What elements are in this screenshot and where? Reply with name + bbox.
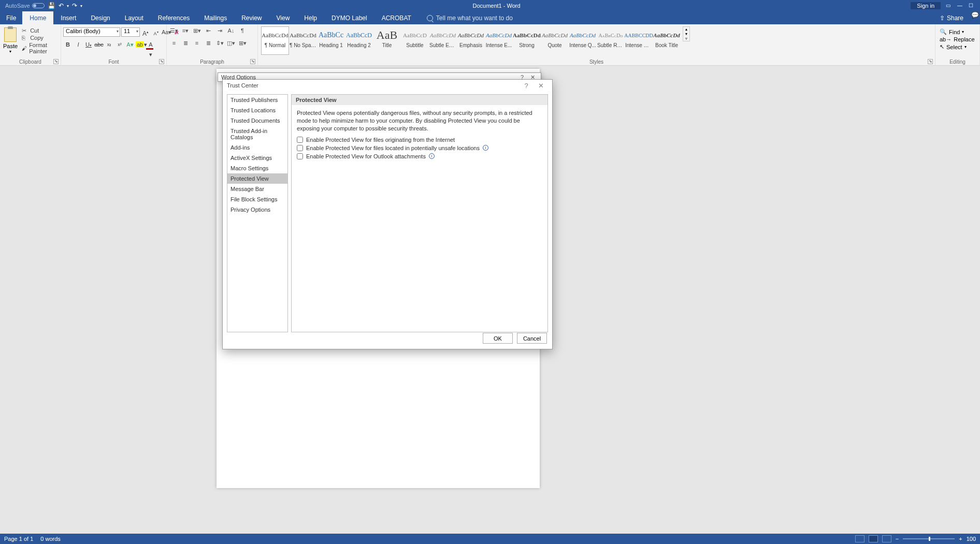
italic-button[interactable]: I <box>74 40 83 49</box>
tab-dymo[interactable]: DYMO Label <box>324 11 374 24</box>
replace-button[interactable]: ab→Replace <box>940 36 975 42</box>
clipboard-launcher[interactable]: ⬊ <box>53 59 59 64</box>
style-item[interactable]: AaBbCcDd¶ No Spac... <box>289 26 317 55</box>
styles-launcher[interactable]: ⬊ <box>928 59 933 64</box>
print-layout-button[interactable] <box>869 535 878 542</box>
tab-home[interactable]: Home <box>22 11 53 24</box>
subscript-button[interactable]: x₂ <box>105 40 114 49</box>
tab-design[interactable]: Design <box>83 11 117 24</box>
tab-acrobat[interactable]: ACROBAT <box>374 11 419 24</box>
tab-layout[interactable]: Layout <box>118 11 151 24</box>
autosave-toggle[interactable]: AutoSave <box>5 3 45 9</box>
select-button[interactable]: ↖Select▾ <box>940 43 975 50</box>
cut-button[interactable]: Cut <box>21 27 59 34</box>
strikethrough-button[interactable]: abc <box>94 40 104 49</box>
find-button[interactable]: 🔍Find▾ <box>940 28 975 35</box>
word-count[interactable]: 0 words <box>40 536 61 542</box>
font-name-select[interactable]: Calibri (Body) <box>63 27 120 37</box>
checkbox-outlook[interactable] <box>297 153 303 159</box>
checkbox-unsafe[interactable] <box>297 145 303 151</box>
paragraph-launcher[interactable]: ⬊ <box>250 59 255 64</box>
format-painter-button[interactable]: Format Painter <box>21 42 59 54</box>
shading-button[interactable]: ◫▾ <box>226 40 236 49</box>
tc-nav-item[interactable]: ActiveX Settings <box>227 153 287 163</box>
undo-dropdown-icon[interactable]: ▾ <box>67 4 69 8</box>
tc-nav-item[interactable]: Protected View <box>227 173 287 184</box>
style-item[interactable]: AaBbCcDd¶ Normal <box>261 26 289 55</box>
tab-references[interactable]: References <box>151 11 197 24</box>
tc-nav-item[interactable]: File Block Settings <box>227 194 287 204</box>
tc-nav-item[interactable]: Add-ins <box>227 142 287 153</box>
font-launcher[interactable]: ⬊ <box>159 59 164 64</box>
font-color-button[interactable]: A▾ <box>146 40 155 49</box>
superscript-button[interactable]: x² <box>115 40 124 49</box>
maximize-icon[interactable]: ☐ <box>969 3 975 9</box>
signin-button[interactable]: Sign in <box>911 2 941 9</box>
tc-nav-item[interactable]: Privacy Options <box>227 204 287 215</box>
ok-button[interactable]: OK <box>483 333 513 344</box>
comments-icon[interactable]: 💬 <box>970 11 980 24</box>
undo-icon[interactable]: ↶ <box>59 2 64 9</box>
style-item[interactable]: AaBbCcHeading 1 <box>317 26 345 55</box>
zoom-slider[interactable] <box>903 538 955 539</box>
style-item[interactable]: AaBbCcDdQuote <box>541 26 569 55</box>
page-indicator[interactable]: Page 1 of 1 <box>4 536 33 542</box>
zoom-level[interactable]: 100 <box>967 536 976 542</box>
style-item[interactable]: AaBbCcDdSubtle Ref... <box>597 26 625 55</box>
justify-button[interactable]: ≣ <box>203 40 213 49</box>
style-item[interactable]: AaBTitle <box>373 26 401 55</box>
styles-gallery[interactable]: AaBbCcDd¶ NormalAaBbCcDd¶ No Spac...AaBb… <box>261 26 681 55</box>
bullets-button[interactable]: ☰▾ <box>169 27 179 37</box>
style-item[interactable]: AaBbCcDHeading 2 <box>345 26 373 55</box>
tell-me-search[interactable]: Tell me what you want to do <box>419 11 933 24</box>
style-item[interactable]: AaBbCcDdIntense Q... <box>569 26 597 55</box>
text-effects-button[interactable]: A▾ <box>125 40 135 49</box>
line-spacing-button[interactable]: ⇕▾ <box>214 40 225 49</box>
tab-insert[interactable]: Insert <box>53 11 83 24</box>
tab-mailings[interactable]: Mailings <box>197 11 234 24</box>
info-icon[interactable]: i <box>429 153 435 159</box>
zoom-in-button[interactable]: + <box>959 536 962 542</box>
tab-file[interactable]: File <box>0 11 22 24</box>
numbering-button[interactable]: ≡▾ <box>180 27 191 37</box>
check-unsafe-locations[interactable]: Enable Protected View for files located … <box>292 144 547 152</box>
tc-nav-item[interactable]: Message Bar <box>227 184 287 194</box>
redo-icon[interactable]: ↷ <box>72 2 77 9</box>
shrink-font-button[interactable]: A▾ <box>151 27 161 37</box>
minimize-icon[interactable]: — <box>957 3 963 9</box>
increase-indent-button[interactable]: ⇥ <box>214 27 225 37</box>
tc-nav-item[interactable]: Trusted Publishers <box>227 95 287 105</box>
highlight-button[interactable]: ab▾ <box>136 40 145 49</box>
save-icon[interactable]: 💾 <box>48 2 55 9</box>
share-button[interactable]: ⇪ Share <box>933 11 970 24</box>
copy-button[interactable]: Copy <box>21 35 59 41</box>
tab-view[interactable]: View <box>269 11 297 24</box>
font-size-select[interactable]: 11 <box>121 27 140 37</box>
check-outlook-attachments[interactable]: Enable Protected View for Outlook attach… <box>292 152 547 160</box>
checkbox-internet[interactable] <box>297 137 303 143</box>
tab-help[interactable]: Help <box>297 11 324 24</box>
sort-button[interactable]: A↓ <box>226 27 236 37</box>
dialog-help-icon[interactable]: ? <box>519 82 534 90</box>
style-item[interactable]: AaBbCcDdBook Title <box>653 26 681 55</box>
bold-button[interactable]: B <box>63 40 73 49</box>
tc-nav-item[interactable]: Trusted Locations <box>227 105 287 115</box>
style-item[interactable]: AaBbCcDSubtitle <box>401 26 429 55</box>
style-item[interactable]: AABBCCDDIntense Re... <box>625 26 653 55</box>
borders-button[interactable]: ⊞▾ <box>237 40 248 49</box>
multilevel-list-button[interactable]: ⊞▾ <box>192 27 202 37</box>
align-right-button[interactable]: ≡ <box>192 40 202 49</box>
ribbon-display-icon[interactable]: ▭ <box>946 3 952 9</box>
style-item[interactable]: AaBbCcDdEmphasis <box>457 26 485 55</box>
tc-nav-item[interactable]: Trusted Documents <box>227 115 287 126</box>
zoom-out-button[interactable]: − <box>896 536 899 542</box>
paste-button[interactable]: Paste ▾ <box>2 27 19 54</box>
tc-nav-item[interactable]: Macro Settings <box>227 163 287 173</box>
align-center-button[interactable]: ≣ <box>180 40 191 49</box>
web-layout-button[interactable] <box>882 535 891 542</box>
style-item[interactable]: AaBbCcDdStrong <box>513 26 541 55</box>
style-item[interactable]: AaBbCcDdIntense E... <box>485 26 513 55</box>
styles-more-button[interactable]: ▴▾▿ <box>683 26 690 41</box>
read-mode-button[interactable] <box>855 535 864 542</box>
show-marks-button[interactable]: ¶ <box>237 27 248 37</box>
